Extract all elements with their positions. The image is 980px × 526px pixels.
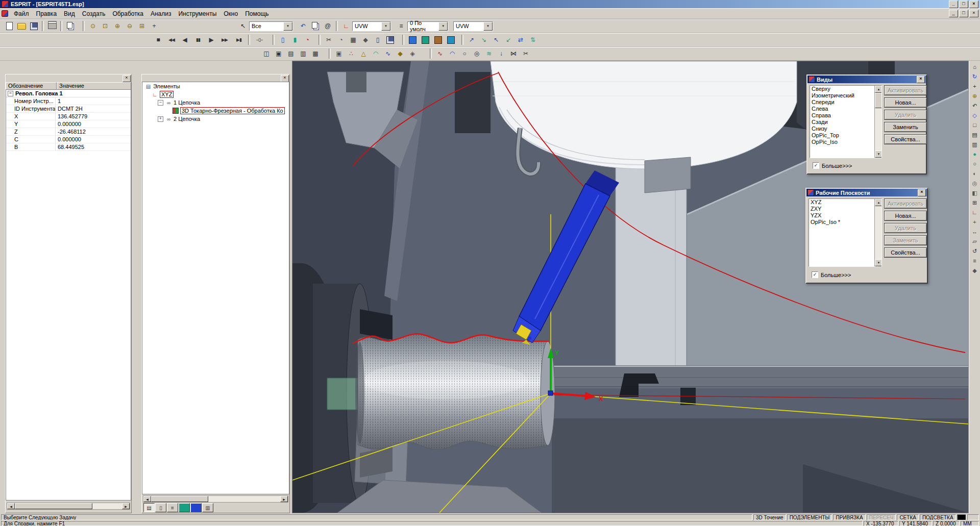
status-toggle-highlight[interactable]: ПОДСВЕТКА	[920, 514, 956, 520]
device-icon[interactable]: ▯	[372, 35, 383, 45]
menu-machining[interactable]: Обработка	[109, 9, 147, 19]
cut-icon[interactable]: ✂	[323, 35, 334, 45]
sim-tool-display-icon[interactable]: ▮	[289, 35, 301, 45]
view-plane-combo[interactable]: UVW	[453, 21, 493, 31]
menu-edit[interactable]: Правка	[33, 9, 61, 19]
document-icon[interactable]	[2, 10, 8, 17]
expand-icon[interactable]	[158, 116, 163, 122]
copy-icon[interactable]	[65, 21, 76, 31]
save-state-icon[interactable]	[384, 35, 396, 45]
property-group-row[interactable]: Револ. Головка 1	[6, 90, 131, 97]
column-header-designation[interactable]: Обозначение	[6, 82, 57, 90]
mdi-close-button[interactable]	[969, 10, 978, 17]
window-cascade-icon[interactable]: ▣	[273, 48, 284, 59]
views-palette-titlebar[interactable]: Виды	[807, 76, 926, 83]
origin-icon[interactable]: +	[970, 218, 979, 226]
property-row[interactable]: ID ИнструментаDCMT 2H	[6, 105, 131, 113]
status-toggle-subelements[interactable]: ПОДЭЛЕМЕНТЫ	[787, 514, 832, 520]
sim-rewind-icon[interactable]: ◀◀	[165, 35, 178, 45]
orient-arrow-sw-icon[interactable]: ↙	[503, 35, 514, 45]
zoom-window-icon[interactable]: ⊡	[100, 21, 111, 31]
list-item[interactable]: Сзади	[810, 119, 875, 126]
view-zoom-icon[interactable]: ⊕	[970, 92, 979, 100]
curve-offset-icon[interactable]: ≋	[483, 48, 495, 59]
scroll-up-button[interactable]	[875, 199, 882, 206]
property-panel-titlebar[interactable]	[6, 74, 131, 82]
list-item[interactable]: OpPic_Iso *	[809, 219, 875, 226]
snap-icon[interactable]: @	[322, 21, 333, 31]
annotate-icon[interactable]: ▱	[970, 237, 979, 245]
scroll-thumb[interactable]	[151, 496, 208, 502]
tree-panel-titlebar[interactable]	[142, 74, 289, 82]
tab-tools-icon[interactable]	[179, 503, 190, 512]
redraw-icon[interactable]: ↺	[970, 247, 979, 255]
list-item[interactable]: YZX	[809, 212, 875, 219]
mask-all-icon[interactable]: ▣	[333, 48, 345, 59]
menu-help[interactable]: Помощь	[241, 9, 272, 19]
list-item[interactable]: Снизу	[810, 126, 875, 132]
list-item[interactable]: Изометрический	[810, 92, 875, 99]
planes-replace-button[interactable]: Заменить	[884, 235, 927, 245]
view-home-icon[interactable]: ⌂	[970, 63, 979, 71]
workplanes-palette-titlebar[interactable]: Рабочие Плоскости	[806, 189, 927, 196]
measure-distance-icon[interactable]: ↔	[970, 228, 979, 236]
sim-speed-slider-icon[interactable]: –▯–	[253, 35, 266, 45]
sim-step-back-icon[interactable]: ◀	[179, 35, 190, 45]
new-file-icon[interactable]	[4, 21, 15, 31]
sim-analysis-icon[interactable]: ◔	[302, 35, 313, 45]
mask-lines-icon[interactable]: △	[358, 48, 369, 59]
views-replace-button[interactable]: Заменить	[884, 122, 927, 132]
collapse-icon[interactable]	[8, 91, 13, 96]
list-item[interactable]: ZXY	[809, 206, 875, 212]
layers-panel-icon[interactable]: ≡	[970, 257, 979, 265]
tree-node-operation[interactable]: 3D Токарно-Фрезерная - Обработка Ко	[142, 107, 289, 115]
view-front-icon[interactable]: ▤	[970, 131, 979, 139]
curve-circle-icon[interactable]: ○	[459, 48, 470, 59]
triad-toggle-icon[interactable]: ∟	[970, 208, 979, 216]
view-top-icon[interactable]: □	[970, 121, 979, 129]
close-button[interactable]	[969, 1, 978, 8]
report-icon[interactable]: ▥	[298, 48, 309, 59]
minimize-button[interactable]	[949, 1, 958, 8]
open-file-icon[interactable]	[16, 21, 27, 31]
views-palette[interactable]: Виды СверхуИзометрическийСпередиСлеваСпр…	[806, 74, 927, 174]
property-panel-close-button[interactable]	[122, 75, 131, 82]
planes-activate-button[interactable]: Активировать	[884, 198, 927, 209]
views-list[interactable]: СверхуИзометрическийСпередиСлеваСправаСз…	[810, 85, 882, 158]
views-more-row[interactable]: Больше>>>	[813, 162, 852, 169]
menu-window[interactable]: Окно	[220, 9, 241, 19]
mask-solids-icon[interactable]: ◆	[395, 48, 406, 59]
property-row[interactable]: C0.000000	[6, 136, 131, 143]
menu-view[interactable]: Вид	[60, 9, 79, 19]
tree-node-xyz[interactable]: XYZ	[142, 90, 289, 98]
views-delete-button[interactable]: Удалить	[884, 110, 927, 120]
views-properties-button[interactable]: Свойства...	[884, 134, 927, 144]
planes-properties-button[interactable]: Свойства...	[884, 247, 927, 258]
sim-fast-forward-icon[interactable]: ▶▶	[218, 35, 231, 45]
scroll-right-button[interactable]	[122, 503, 130, 509]
tab-operations-icon[interactable]	[190, 503, 202, 512]
views-new-button[interactable]: Новая...	[884, 97, 927, 108]
property-row[interactable]: Z-26.468112	[6, 128, 131, 136]
selection-mask-combo[interactable]: Все	[249, 21, 293, 31]
menu-create[interactable]: Создать	[79, 9, 109, 19]
curve-trim-icon[interactable]: ✂	[520, 48, 531, 59]
zoom-fit-icon[interactable]: ⊞	[136, 21, 148, 31]
undo-icon[interactable]: ↶	[298, 21, 309, 31]
mask-profiles-icon[interactable]: ∿	[382, 48, 394, 59]
sim-pause-icon[interactable]: ▮▮	[191, 35, 205, 45]
curve-spline-icon[interactable]: ∿	[434, 48, 446, 59]
restore-button[interactable]	[959, 1, 968, 8]
tree-panel-close-button[interactable]	[281, 75, 289, 82]
planes-new-button[interactable]: Новая...	[884, 211, 927, 221]
view-pan-icon[interactable]: +	[970, 82, 979, 90]
scroll-thumb[interactable]	[15, 503, 92, 509]
scroll-thumb[interactable]	[875, 93, 882, 108]
menu-analysis[interactable]: Анализ	[147, 9, 175, 19]
measure-icon[interactable]: ◔	[335, 35, 347, 45]
stock-view-cube-icon[interactable]	[434, 36, 442, 44]
tab-project-icon[interactable]: ▤	[143, 503, 155, 512]
view-iso-icon[interactable]: ◇	[970, 111, 979, 119]
select-cursor-icon[interactable]: ↖	[237, 21, 249, 31]
tree-node-chain-1[interactable]: 1 Цепочка	[142, 98, 289, 107]
